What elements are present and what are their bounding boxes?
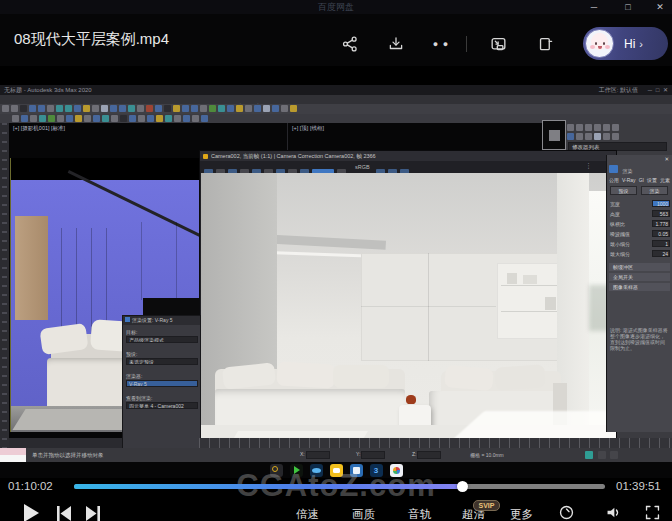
max-window-title: 无标题 - Autodesk 3ds Max 2020 xyxy=(4,85,92,95)
max-main-toolbar xyxy=(0,104,672,114)
coordinate-x: X: xyxy=(300,451,330,459)
render-image xyxy=(201,173,616,438)
coordinate-z: Z: xyxy=(412,451,441,459)
vray-render-label: 渲染 xyxy=(622,168,632,174)
scene-wood-panel xyxy=(15,216,48,320)
maxscript-listener xyxy=(0,448,26,455)
current-time: 01:10:02 xyxy=(8,478,53,494)
status-add-icon xyxy=(585,451,593,459)
window-titlebar: 百度网盘 ─ □ ✕ xyxy=(0,0,672,14)
loop-icon[interactable] xyxy=(558,504,575,521)
more-icon[interactable]: ● ● ● xyxy=(429,32,453,56)
max-menubar: 文件编辑工具组视图创建修改器动画图形编辑器渲染自定义脚本帮助 xyxy=(0,95,672,104)
maximize-icon[interactable]: □ xyxy=(618,0,638,14)
progress-bar[interactable] xyxy=(74,484,605,489)
max-timeline xyxy=(199,438,672,448)
app-window: 百度网盘 ─ □ ✕ 08现代大平层案例.mp4 ● ● ● Hi › xyxy=(0,0,672,521)
vray-tabs: 公用V-RayGI设置元素 xyxy=(609,177,671,183)
previous-icon[interactable] xyxy=(55,505,73,521)
play-icon[interactable] xyxy=(24,504,39,521)
duration: 01:39:51 xyxy=(616,478,661,494)
vray-rollout: 全局开关 xyxy=(609,273,670,281)
vray-render-button: 渲染 xyxy=(641,186,668,195)
status-icon xyxy=(598,451,606,459)
mini-player-icon[interactable] xyxy=(532,32,556,56)
audio-track-button[interactable]: 音轨 xyxy=(408,507,431,521)
progress-thumb[interactable] xyxy=(457,481,468,492)
chevron-right-icon: › xyxy=(639,38,643,50)
vray-rollout: 帧缓冲区 xyxy=(609,263,670,271)
vfb-toolbar: sRGB xyxy=(200,161,616,173)
quality-button[interactable]: 画质 xyxy=(352,507,375,521)
picture-in-picture-icon[interactable] xyxy=(486,32,510,56)
status-icon xyxy=(610,451,618,459)
close-icon[interactable]: ✕ xyxy=(650,0,670,14)
hi-label: Hi xyxy=(624,37,635,51)
speed-button[interactable]: 倍速 xyxy=(296,507,319,521)
max-workspace-label: 工作区: 默认值 xyxy=(599,85,638,95)
minimize-icon[interactable]: ─ xyxy=(584,0,604,14)
max-window-controls: ─ □ ✕ xyxy=(648,85,669,95)
share-icon[interactable] xyxy=(338,32,362,56)
window-title: 百度网盘 xyxy=(0,0,672,14)
vfb-titlebar: Camera002, 当前帧 (1:1) | Camera Correction… xyxy=(200,151,616,161)
vray-settings-panel: ✕ 渲染 公用V-RayGI设置元素 预设 渲染 宽度1000 高度563 纵横… xyxy=(606,155,672,432)
max-left-toolbar xyxy=(0,123,9,448)
header-divider xyxy=(466,36,467,52)
max-titlebar: 无标题 - Autodesk 3ds Max 2020 工作区: 默认值 ─ □… xyxy=(0,85,672,95)
more-settings-button[interactable]: 更多 xyxy=(510,507,533,521)
account-button[interactable]: Hi › xyxy=(583,27,668,60)
render-teapot xyxy=(406,395,416,404)
vray-frame-buffer: Camera002, 当前帧 (1:1) | Camera Correction… xyxy=(199,150,617,438)
vfb-app-icon xyxy=(203,154,208,159)
player-header: 08现代大平层案例.mp4 ● ● ● Hi › xyxy=(0,14,672,66)
timeline-left xyxy=(9,438,122,448)
next-icon[interactable] xyxy=(84,505,102,521)
vray-preset-button: 预设 xyxy=(610,186,637,195)
vray-rollout: 图像采样器 xyxy=(609,283,670,291)
render-setup-title: 渲染设置: V-Ray 5 xyxy=(123,316,200,325)
vfb-title-text: Camera002, 当前帧 (1:1) | Camera Correction… xyxy=(211,151,612,161)
viewport-top-label: [+] [顶] [线框] xyxy=(292,125,324,132)
max-secondary-toolbar xyxy=(0,114,672,123)
viewport-camera-label: [+] [摄影机001] [标准] xyxy=(13,125,65,132)
coordinate-y: Y: xyxy=(356,451,385,459)
volume-icon[interactable] xyxy=(605,504,622,521)
player-controls: 倍速 画质 音轨 超清 SVIP 更多 xyxy=(0,500,672,521)
vray-note: 说明: 渐进式图像采样器将整个图像逐步渐进细化，直到达到噪波阈值或时间限制为止。 xyxy=(610,327,669,351)
avatar xyxy=(585,29,614,58)
mini-floating-window xyxy=(542,120,566,150)
svip-badge: SVIP xyxy=(473,500,500,511)
render-setup-dialog: 渲染设置: V-Ray 5 目标:产品级渲染模式 预设:未选定预设 渲染器:V-… xyxy=(122,315,201,462)
panel-close-icon: ✕ xyxy=(664,156,669,162)
progress-fill xyxy=(74,484,462,489)
video-filename: 08现代大平层案例.mp4 xyxy=(14,30,169,49)
video-frame[interactable]: 无标题 - Autodesk 3ds Max 2020 工作区: 默认值 ─ □… xyxy=(0,66,672,478)
fullscreen-icon[interactable] xyxy=(644,504,661,521)
grid-spacing-label: 栅格 = 10.0mm xyxy=(470,448,504,462)
vfb-menu-icon: ⋮ xyxy=(585,162,592,170)
maxscript-listener xyxy=(0,455,26,462)
download-icon[interactable] xyxy=(384,32,408,56)
status-prompt: 单击并拖动以选择并移动对象 xyxy=(32,448,104,462)
vfb-srgb-label: sRGB xyxy=(355,163,370,171)
